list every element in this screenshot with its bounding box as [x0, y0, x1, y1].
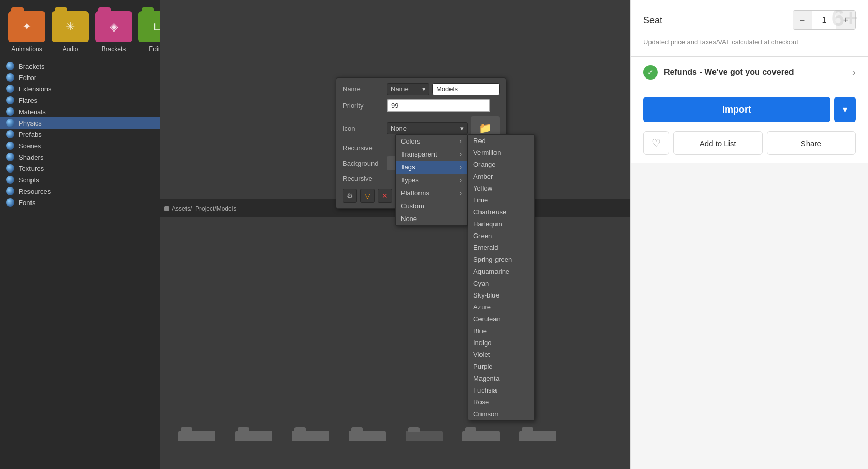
asset-item-animations[interactable]: ⟳ Animations — [168, 431, 225, 441]
dropdown-label-none: None — [401, 215, 417, 223]
asset-item-fonts[interactable]: Tt Fonts — [282, 431, 339, 441]
dropdown-item-none[interactable]: None — [396, 212, 467, 225]
color-item-rose[interactable]: Rose — [468, 396, 534, 408]
refund-checkmark-icon: ✓ — [643, 65, 658, 80]
sidebar-item-scripts[interactable]: Scripts — [0, 174, 160, 185]
color-item-fuchsia[interactable]: Fuchsia — [468, 384, 534, 396]
color-submenu: Red Vermilion Orange Amber Yellow Lime C… — [468, 134, 535, 420]
filter-name-input[interactable] — [432, 83, 500, 95]
filter-background-label: Background — [343, 160, 384, 167]
asset-folder-icon-prefabs: ⬡ — [462, 431, 500, 441]
share-button[interactable]: Share — [767, 131, 856, 155]
sidebar-item-scenes[interactable]: Scenes — [0, 140, 160, 151]
dropdown-arrow-platforms: › — [460, 189, 462, 197]
sidebar-icon-scenes — [6, 142, 14, 150]
asset-symbol-scenes: ⊞ — [534, 440, 542, 441]
dropdown-item-types[interactable]: Types › — [396, 174, 467, 186]
asset-item-prefabs[interactable]: ⬡ Prefabs — [453, 431, 509, 441]
color-item-aquamarine[interactable]: Aquamarine — [468, 265, 534, 277]
color-item-emerald[interactable]: Emerald — [468, 242, 534, 254]
color-item-magenta[interactable]: Magenta — [468, 372, 534, 384]
top-folder-brackets[interactable]: ◈ Brackets — [95, 11, 132, 53]
filter-name-dropdown[interactable]: Name ▾ — [387, 83, 429, 95]
color-item-indigo[interactable]: Indigo — [468, 337, 534, 349]
top-folder-editor[interactable]: ⊔ Editor — [138, 11, 160, 53]
sidebar-item-physics[interactable]: Physics — [0, 117, 160, 129]
asset-item-audio[interactable]: ♪ Audio — [225, 431, 282, 441]
top-folder-audio[interactable]: ✳ Audio — [52, 11, 89, 53]
wishlist-button[interactable]: ♡ — [643, 131, 669, 155]
dropdown-item-platforms[interactable]: Platforms › — [396, 186, 467, 199]
dropdown-label-types: Types — [401, 176, 419, 184]
asset-item-materials[interactable]: ◉ Materials — [339, 431, 396, 441]
bottom-bar-folder-icon — [164, 206, 169, 211]
filter-name-row: Name Name ▾ — [343, 83, 500, 95]
sidebar-item-prefabs[interactable]: Prefabs — [0, 129, 160, 140]
color-item-azure[interactable]: Azure — [468, 301, 534, 313]
sidebar-item-editor[interactable]: Editor — [0, 72, 160, 83]
filter-recursive2-label: Recursive — [343, 175, 384, 182]
asset-symbol-prefabs: ⬡ — [477, 440, 486, 441]
color-item-cerulean[interactable]: Cerulean — [468, 313, 534, 325]
dropdown-item-transparent[interactable]: Transparent › — [396, 148, 467, 161]
color-item-green[interactable]: Green — [468, 230, 534, 242]
color-item-spring-green[interactable]: Spring-green — [468, 254, 534, 265]
color-item-orange[interactable]: Orange — [468, 159, 534, 170]
sidebar-item-brackets[interactable]: Brackets — [0, 60, 160, 72]
dropdown-label-platforms: Platforms — [401, 189, 429, 197]
color-item-blue[interactable]: Blue — [468, 325, 534, 337]
import-dropdown-button[interactable]: ▾ — [834, 97, 856, 122]
refund-section[interactable]: ✓ Refunds - We've got you covered › — [631, 57, 868, 88]
sidebar-icon-textures — [6, 164, 14, 173]
sidebar-icon-extensions — [6, 85, 14, 93]
sidebar-item-fonts[interactable]: Fonts — [0, 197, 160, 208]
add-to-list-button[interactable]: Add to List — [673, 131, 763, 155]
sidebar-item-resources[interactable]: Resources — [0, 185, 160, 197]
asset-symbol-materials: ◉ — [363, 440, 372, 441]
sidebar-label-textures: Textures — [19, 165, 44, 173]
sidebar-icon-editor — [6, 73, 14, 82]
color-item-violet[interactable]: Violet — [468, 349, 534, 361]
seat-row: Seat − 1 + — [643, 10, 856, 30]
color-item-amber[interactable]: Amber — [468, 170, 534, 182]
top-folder-animations[interactable]: ✦ Animations — [8, 11, 45, 53]
sidebar-item-textures[interactable]: Textures — [0, 163, 160, 174]
import-button[interactable]: Import — [643, 97, 830, 122]
dropdown-item-custom[interactable]: Custom — [396, 199, 467, 212]
filter-funnel-btn[interactable]: ▽ — [360, 189, 375, 203]
dropdown-arrow-colors: › — [460, 137, 462, 145]
sidebar-item-materials[interactable]: Materials — [0, 106, 160, 117]
sidebar-item-extensions[interactable]: Extensions — [0, 83, 160, 95]
sidebar-item-shaders[interactable]: Shaders — [0, 151, 160, 163]
center-panel: Name Name ▾ Priority Icon None ▾ 📁 Recur… — [160, 0, 630, 469]
sidebar-label-scenes: Scenes — [19, 142, 41, 150]
asset-item-scenes[interactable]: ⊞ Scenes — [509, 431, 566, 441]
filter-settings-btn[interactable]: ⚙ — [343, 189, 357, 203]
qty-minus-button[interactable]: − — [793, 11, 812, 29]
price-note: Updated price and taxes/VAT calculated a… — [643, 38, 856, 46]
color-item-vermilion[interactable]: Vermilion — [468, 147, 534, 159]
color-item-chartreuse[interactable]: Chartreuse — [468, 206, 534, 218]
color-item-sky-blue[interactable]: Sky-blue — [468, 289, 534, 301]
sidebar-icon-physics — [6, 119, 14, 127]
dropdown-item-colors[interactable]: Colors › — [396, 135, 467, 148]
color-item-lime[interactable]: Lime — [468, 194, 534, 206]
sidebar-label-flares: Flares — [19, 97, 37, 104]
asset-item-models[interactable]: 📁 Models — [396, 431, 453, 441]
filter-priority-input[interactable] — [387, 99, 490, 112]
dropdown-item-tags[interactable]: Tags › — [396, 161, 467, 174]
filter-clear-btn[interactable]: ✕ — [378, 189, 392, 203]
color-item-purple[interactable]: Purple — [468, 361, 534, 372]
dropdown-label-custom: Custom — [401, 202, 424, 210]
color-item-yellow[interactable]: Yellow — [468, 182, 534, 194]
color-item-harlequin[interactable]: Harlequin — [468, 218, 534, 230]
sidebar-item-flares[interactable]: Flares — [0, 95, 160, 106]
folder-label-editor: Editor — [149, 45, 160, 53]
folder-icon-audio: ✳ — [52, 11, 89, 42]
color-item-red[interactable]: Red — [468, 135, 534, 147]
sidebar-icon-prefabs — [6, 130, 14, 138]
dropdown-label-colors: Colors — [401, 137, 421, 145]
color-item-crimson[interactable]: Crimson — [468, 408, 534, 420]
color-item-cyan[interactable]: Cyan — [468, 277, 534, 289]
filter-icon-dropdown[interactable]: None ▾ — [387, 122, 468, 134]
